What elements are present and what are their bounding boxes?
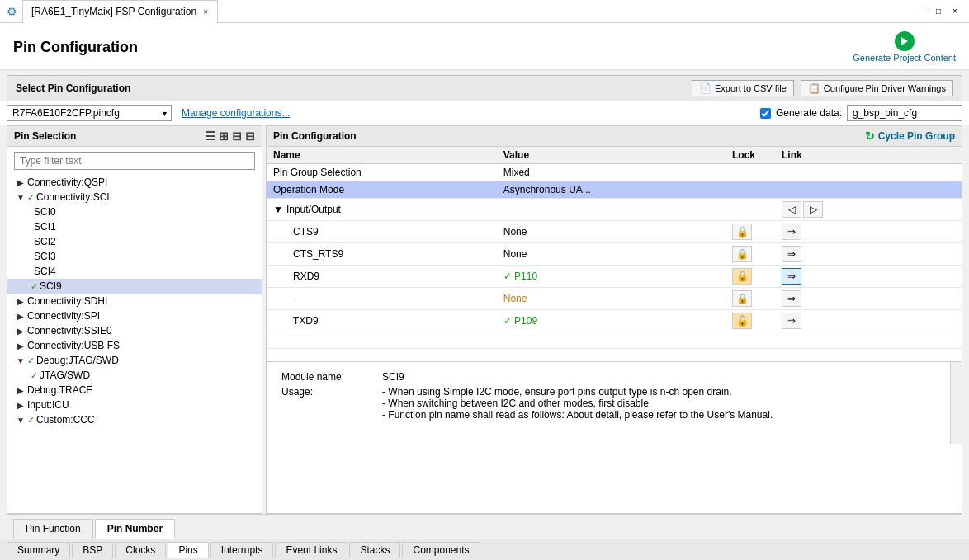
info-scrollbar[interactable] [950,362,962,444]
tab-interrupts[interactable]: Interrupts [210,542,274,558]
chevron-sci[interactable]: ▼ [14,193,27,202]
usage-line-1: - When using Simple I2C mode, ensure por… [382,386,732,398]
cycle-pin-group-button[interactable]: ↻ Cycle Pin Group [865,129,955,143]
tree-item-connectivity-qspi[interactable]: ▶ Connectivity:QSPI [7,175,262,190]
tree-item-sci0[interactable]: SCI0 [7,205,262,219]
row-operation-mode[interactable]: Operation Mode Asynchronous UA... [267,181,962,199]
row-dash[interactable]: - None 🔒 ⇒ [267,288,962,310]
main-container: Pin Configuration Generate Project Conte… [0,23,969,560]
row-pin-group-selection[interactable]: Pin Group Selection Mixed [267,164,962,181]
tree-item-debug-trace[interactable]: ▶ Debug:TRACE [7,383,262,398]
tab-close-button[interactable]: × [203,7,208,16]
configure-pin-driver-button[interactable]: 📋 Configure Pin Driver Warnings [801,80,953,96]
chevron-sdhi[interactable]: ▶ [14,297,27,306]
chevron-ssie0[interactable]: ▶ [14,327,27,336]
cell-txd9-name: TXD9 [267,310,497,332]
tree-item-sci9[interactable]: ✓ SCI9 [7,279,262,294]
tree-item-input-icu[interactable]: ▶ Input:ICU [7,398,262,412]
txd9-lock-icon[interactable]: 🔓 [732,313,752,329]
row-cts9[interactable]: CTS9 None 🔒 ⇒ [267,221,962,243]
cell-rxd9-lock[interactable]: 🔓 [726,266,775,288]
cell-txd9-lock[interactable]: 🔓 [726,310,775,332]
chevron-trace[interactable]: ▶ [14,386,27,395]
txd9-link-icon[interactable]: ⇒ [782,313,801,329]
filter-icon[interactable]: ⊟ [245,129,255,143]
tab-summary[interactable]: Summary [7,542,70,558]
cell-pin-group-value: Mixed [497,164,726,181]
tree-item-debug-jtag-swd[interactable]: ▼ ✓ Debug:JTAG/SWD [7,353,262,368]
cell-cts-rts9-lock[interactable]: 🔒 [726,243,775,266]
page-title: Pin Configuration [13,39,138,56]
rxd9-link-icon[interactable]: ⇒ [782,268,801,285]
tree-item-connectivity-usbfs[interactable]: ▶ Connectivity:USB FS [7,338,262,353]
cell-dash-lock[interactable]: 🔒 [726,288,775,310]
cell-cts9-lock[interactable]: 🔒 [726,221,775,243]
chevron-usbfs[interactable]: ▶ [14,341,27,351]
dash-link-icon[interactable]: ⇒ [782,290,801,307]
cell-pin-group-extra2 [896,164,962,181]
io-nav-left-icon[interactable]: ◁ [782,201,801,218]
maximize-button[interactable]: □ [931,4,946,19]
cts9-link-icon[interactable]: ⇒ [782,224,801,240]
dash-lock-icon[interactable]: 🔒 [732,290,752,307]
cell-cts9-name: CTS9 [267,221,497,243]
pin-configuration-header: Pin Configuration ↻ Cycle Pin Group [267,126,962,147]
cts-rts9-lock-icon[interactable]: 🔒 [732,246,752,262]
cell-dash-link[interactable]: ⇒ [775,288,830,310]
row-txd9[interactable]: TXD9 ✓ P109 🔓 ⇒ [267,310,962,332]
tab-bsp[interactable]: BSP [72,542,113,558]
minimize-button[interactable]: — [915,4,929,19]
tree-item-sci2[interactable]: SCI2 [7,234,262,249]
tab-pin-number[interactable]: Pin Number [95,519,175,539]
rxd9-lock-icon[interactable]: 🔓 [732,268,752,285]
chevron-ccc[interactable]: ▼ [14,416,27,425]
cell-rxd9-link[interactable]: ⇒ [775,266,830,288]
cell-cts-rts9-link[interactable]: ⇒ [775,243,830,266]
filter-input[interactable] [14,152,255,170]
tree-item-sci3[interactable]: SCI3 [7,249,262,264]
tree-item-connectivity-spi[interactable]: ▶ Connectivity:SPI [7,308,262,323]
collapse-all-icon[interactable]: ⊟ [232,129,242,143]
chevron-qspi[interactable]: ▶ [14,178,27,187]
tree-item-sci4[interactable]: SCI4 [7,264,262,279]
connectivity-ssie0-label: Connectivity:SSIE0 [27,325,112,336]
cts9-lock-icon[interactable]: 🔒 [732,224,752,240]
sci1-label: SCI1 [34,221,56,233]
config-file-select[interactable]: R7FA6E10F2CFP.pincfg [7,105,172,121]
tab-pin-function[interactable]: Pin Function [13,519,93,539]
tab-components[interactable]: Components [402,542,480,558]
tree-item-connectivity-sci[interactable]: ▼ ✓ Connectivity:SCI [7,190,262,205]
export-csv-button[interactable]: 📄 Export to CSV file [692,80,794,96]
row-input-output[interactable]: ▼Input/Output ◁ ▷ [267,199,962,221]
expand-all-icon[interactable]: ⊞ [219,129,229,143]
close-window-button[interactable]: × [948,4,962,19]
cell-cts-rts9-name: CTS_RTS9 [267,243,497,266]
tab-clocks[interactable]: Clocks [115,542,166,558]
panels-container: Pin Selection ☰ ⊞ ⊟ ⊟ ▶ Connectivity:QSP… [7,125,962,514]
row-cts-rts9[interactable]: CTS_RTS9 None 🔒 ⇒ [267,243,962,266]
tab-pins[interactable]: Pins [168,542,208,558]
generate-project-content-button[interactable]: Generate Project Content [853,31,956,63]
generate-data-input[interactable] [847,105,962,121]
cell-cts9-link[interactable]: ⇒ [775,221,830,243]
chevron-icu[interactable]: ▶ [14,401,27,410]
chevron-jtag[interactable]: ▼ [14,356,27,365]
row-rxd9[interactable]: RXD9 ✓ P110 🔓 ⇒ [267,266,962,288]
tab-stacks[interactable]: Stacks [349,542,400,558]
tab-event-links[interactable]: Event Links [275,542,347,558]
tree-item-connectivity-sdhi[interactable]: ▶ Connectivity:SDHI [7,294,262,308]
manage-configurations-link[interactable]: Manage configurations... [182,107,290,119]
io-nav-right-icon[interactable]: ▷ [803,201,823,218]
list-view-icon[interactable]: ☰ [205,129,215,143]
cts-rts9-link-icon[interactable]: ⇒ [782,246,801,262]
tree-item-connectivity-ssie0[interactable]: ▶ Connectivity:SSIE0 [7,323,262,338]
cell-txd9-link[interactable]: ⇒ [775,310,830,332]
main-tab[interactable]: [RA6E1_TinyMaix] FSP Configuration × [22,0,218,23]
tree-item-jtag-swd-child[interactable]: ✓ JTAG/SWD [7,368,262,383]
tree-item-sci1[interactable]: SCI1 [7,219,262,234]
tree-item-custom-ccc[interactable]: ▼ ✓ Custom:CCC [7,412,262,427]
pin-number-tab-label: Pin Number [107,523,163,534]
chevron-spi[interactable]: ▶ [14,312,27,321]
generate-data-checkbox[interactable] [760,108,771,119]
generate-data-section: Generate data: [760,105,962,121]
